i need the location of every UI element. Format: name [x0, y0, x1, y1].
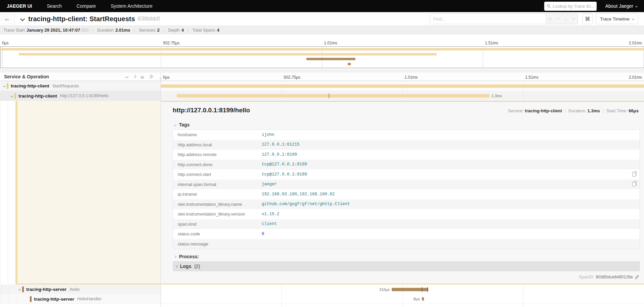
tag-key: span.kind [178, 222, 262, 227]
chevron-down-icon[interactable] [17, 289, 22, 290]
copy-icon[interactable] [632, 182, 636, 186]
span-name-cell[interactable]: tracing-http-client StartRequests [0, 81, 161, 91]
timeline-axis: 0μs502.75μs1.01ms1.51ms2.01ms [161, 72, 644, 81]
log-marker-tick [427, 287, 428, 292]
about-jaeger-menu[interactable]: About Jaeger [605, 3, 637, 9]
summary-value-services: 2 [157, 28, 160, 33]
span-name-cell[interactable]: tracing-http-client http://127.0.0.1:819… [0, 91, 161, 101]
collapse-controls [126, 75, 153, 78]
chevron-right-icon [175, 265, 177, 267]
span-timeline-cell[interactable]: 153μs [161, 284, 644, 294]
tag-value: tcp@127.0.0.1:8199 [262, 172, 307, 177]
deep-link-icon[interactable] [635, 275, 639, 279]
tag-row-internal-span-format: internal.span.formatjaeger [173, 180, 640, 190]
tag-key: http.address.local [178, 142, 262, 147]
tag-row-http-connect-done: http.connect.donetcp@127.0.0.1:8199 [173, 160, 640, 170]
span-duration-label: 1.3ms [491, 94, 502, 98]
summary-value-total-spans: 4 [217, 28, 219, 33]
span-detail-header: http://127.0.0.1:8199/hello Service: tra… [173, 107, 639, 118]
tag-key: http.address.remote [178, 152, 262, 157]
service-operation-title: Service & Operation [4, 74, 49, 79]
span-timeline-cell[interactable]: 8μs [161, 294, 644, 304]
nav-link-search[interactable]: Search [47, 3, 61, 9]
span-service: tracing-http-server [34, 297, 74, 302]
span-name-cell[interactable]: tracing-http-server /hello [0, 284, 161, 294]
tag-value: 192.168.93.180,192.168.100.82 [262, 192, 335, 197]
timeline-tick-label: 1.01ms [404, 75, 418, 80]
indent-guide [0, 101, 8, 283]
timeline-tick-label: 2.01ms [629, 41, 642, 45]
tag-row-ip-intranet: ip.intranet192.168.93.180,192.168.100.82 [173, 189, 640, 199]
expand-one-icon[interactable] [133, 75, 136, 78]
summary-label-duration: Duration [97, 28, 114, 33]
copy-icon[interactable] [632, 172, 636, 177]
collapse-trace-chevron-icon[interactable] [20, 16, 25, 21]
match-highlight-icon[interactable] [547, 17, 554, 21]
expand-all-icon[interactable] [149, 75, 153, 78]
chevron-down-icon[interactable] [1, 85, 7, 87]
span-row-hellohandler[interactable]: tracing-http-server HelloHandler 8μs [0, 294, 644, 304]
timeline-tick-label: 1.51ms [485, 41, 498, 45]
tag-key: otel.instrumentation_library.version [178, 212, 262, 217]
chevron-down-icon [632, 17, 634, 20]
minimap-canvas[interactable] [0, 46, 644, 68]
span-rows: tracing-http-client StartRequests tracin… [0, 81, 644, 307]
chevron-right-icon [174, 255, 176, 258]
span-duration-bar[interactable] [422, 297, 424, 301]
logs-section-toggle[interactable]: Logs (2) [173, 261, 640, 271]
collapse-one-icon[interactable] [126, 75, 128, 78]
trace-summary-bar: Trace StartJanuary 29 2021, 10:47:07.850… [0, 26, 644, 34]
span-duration-bar[interactable] [392, 288, 428, 291]
span-timeline-cell[interactable] [161, 81, 644, 91]
app-logo[interactable]: JAEGER UI [7, 3, 32, 9]
span-duration-bar[interactable] [177, 94, 489, 98]
trace-lookup-box[interactable] [544, 2, 597, 11]
keyboard-shortcuts-button[interactable]: ⌘ [582, 13, 593, 24]
timeline-tick-label: 1.01ms [324, 41, 337, 45]
tag-value: v1.15.2 [262, 212, 280, 217]
clear-search-icon[interactable]: × [570, 16, 577, 22]
next-result-icon[interactable] [562, 18, 569, 20]
span-color-bar [7, 83, 8, 89]
span-row-startrequests[interactable]: tracing-http-client StartRequests [0, 81, 644, 91]
find-input[interactable] [430, 13, 546, 24]
log-marker-tick [329, 93, 329, 99]
process-section-toggle[interactable]: Process: [174, 253, 644, 261]
tag-key: otel.instrumentation_library.name [178, 202, 262, 207]
prev-result-icon[interactable] [555, 18, 561, 20]
span-row-server-hello[interactable]: tracing-http-server /hello 153μs [0, 284, 644, 294]
span-operation-title: http://127.0.0.1:8199/hello [173, 107, 250, 114]
span-row-http-hello-client[interactable]: tracing-http-client http://127.0.0.1:819… [0, 91, 644, 101]
tags-section-toggle[interactable]: Tags [174, 121, 644, 129]
span-timeline-cell[interactable]: 1.3ms [161, 91, 644, 101]
span-operation: HelloHandler [77, 297, 101, 301]
indent-guide [17, 294, 25, 304]
span-duration-bar[interactable] [161, 84, 644, 88]
back-button[interactable]: ← [0, 12, 15, 26]
trace-header: ← tracing-http-client: StartRequests 636… [0, 12, 644, 26]
spanid-label: SpanID: [579, 275, 594, 279]
logs-section-label: Logs [180, 264, 191, 269]
span-color-bar [30, 296, 32, 302]
trace-lookup-input[interactable] [553, 4, 594, 9]
span-detail-indent [0, 101, 161, 283]
chevron-down-icon[interactable] [9, 95, 14, 97]
logs-count: (2) [194, 264, 200, 269]
spanid-row: SpanID: 80385dce6490129e [161, 273, 639, 281]
nav-link-compare[interactable]: Compare [77, 3, 96, 9]
summary-separator: | [187, 28, 188, 33]
trace-id: 636bbb0 [138, 15, 160, 22]
trace-view-selector[interactable]: Trace Timeline [596, 13, 638, 24]
span-service: tracing-http-client [11, 83, 49, 88]
timeline-tick-label: 0μs [163, 75, 170, 80]
collapse-all-icon[interactable] [141, 75, 143, 78]
span-name-cell[interactable]: tracing-http-server HelloHandler [0, 294, 161, 304]
tag-value: 127.0.0.1:61215 [262, 142, 300, 147]
tag-row-span-kind: span.kindclient [173, 219, 640, 229]
tag-key: internal.span.format [178, 182, 262, 187]
summary-label-depth: Depth [168, 28, 180, 33]
summary-separator: | [163, 28, 164, 33]
indent-guide [1, 91, 9, 101]
tag-row-http-address-local: http.address.local127.0.0.1:61215 [173, 140, 640, 150]
nav-link-system-architecture[interactable]: System Architecture [111, 3, 153, 9]
